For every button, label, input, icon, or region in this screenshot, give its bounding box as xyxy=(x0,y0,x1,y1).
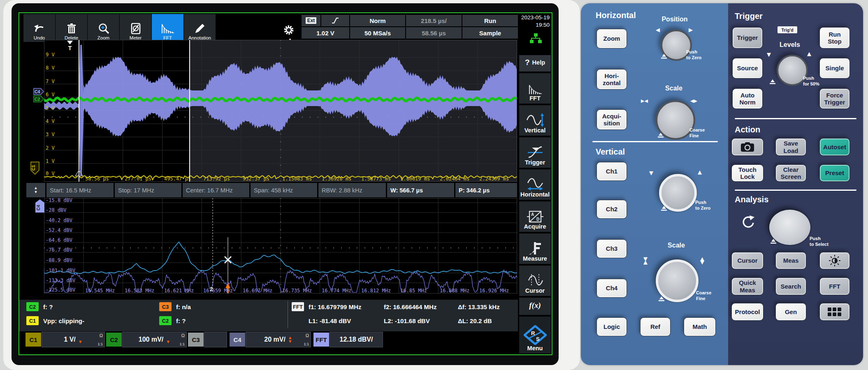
fft-window-cell[interactable]: W: 566.7 µs xyxy=(387,183,454,197)
fft-meas-badge: FFT xyxy=(292,302,304,311)
sidebar-item-fx[interactable]: f(x) xyxy=(519,298,551,315)
meter-button[interactable]: Meter xyxy=(120,14,151,42)
fft-rbw-cell[interactable]: RBW: 2.88 kHz xyxy=(318,183,386,197)
zoom-button[interactable]: Zoom xyxy=(88,14,119,42)
trigger-icon xyxy=(527,145,543,159)
sample-rate-cell[interactable]: 50 MSa/s xyxy=(350,27,405,39)
fft-spectrum-plot[interactable]: 2 xyxy=(44,198,517,294)
ref-button[interactable]: Ref xyxy=(640,317,671,336)
run-stop-button[interactable]: Run Stop xyxy=(819,27,850,49)
apps-button[interactable] xyxy=(819,303,850,321)
trigger-source-button[interactable]: Source xyxy=(732,58,763,79)
fft-button-active[interactable]: FFT xyxy=(152,14,183,42)
quick-meas-button[interactable]: Quick Meas xyxy=(731,278,764,295)
c1-impedance: Ω xyxy=(100,333,103,338)
trigger-mode-cell[interactable]: Norm xyxy=(350,15,405,26)
single-button[interactable]: Single xyxy=(819,58,850,79)
ch4-button[interactable]: Ch4 xyxy=(596,279,627,298)
c4-position-marker[interactable]: C4 xyxy=(33,88,44,95)
trigger-slope-cell[interactable] xyxy=(321,15,349,26)
sidebar-item-vertical[interactable]: Vertical xyxy=(519,105,551,136)
fft-center-cell[interactable]: Center: 16.7 MHz xyxy=(183,183,249,197)
measurement-divider xyxy=(288,301,288,328)
gear-icon xyxy=(283,24,295,36)
c2-channel-badge[interactable]: C2 xyxy=(106,333,122,347)
c2-scale-cell[interactable]: 100 mV/ ▼ Ω 1:1 xyxy=(122,332,187,347)
trigger-menu-button[interactable]: Trigger xyxy=(732,27,763,49)
c3-channel-badge[interactable]: C3 xyxy=(188,333,204,347)
search-button[interactable]: Search xyxy=(775,278,806,295)
levels-label: Levels xyxy=(773,41,806,49)
force-trigger-button[interactable]: Force Trigger xyxy=(819,88,850,109)
main-waveform-plot[interactable]: T xyxy=(44,40,517,182)
autoset-button[interactable]: Autoset xyxy=(819,138,850,156)
math-button[interactable]: Math xyxy=(684,317,716,336)
ch3-button[interactable]: Ch3 xyxy=(596,239,627,258)
settings-button[interactable]: ▼ xyxy=(283,24,297,40)
fft-scale-cell[interactable]: 12.18 dBV/ xyxy=(330,332,383,347)
c4-scale-cell[interactable]: 20 mV/ ▲▼ Ω 1:1 xyxy=(246,332,311,347)
c4-channel-badge[interactable]: C4 xyxy=(230,333,245,347)
cursor-button[interactable]: Cursor xyxy=(731,252,764,269)
horizontal-button[interactable]: Hori- zontal xyxy=(596,69,627,90)
c3-scale-cell[interactable] xyxy=(204,332,227,347)
undo-button[interactable]: Undo xyxy=(23,14,55,42)
fft-c4-marker[interactable]: C4 xyxy=(35,199,45,213)
svg-text:T: T xyxy=(68,45,72,51)
meas-button[interactable]: Meas xyxy=(775,252,806,269)
timebase-cell[interactable]: 218.5 µs/ xyxy=(406,15,462,26)
preset-button[interactable]: Preset xyxy=(819,164,850,182)
fft-start-cell[interactable]: Start: 16.5 MHz xyxy=(46,183,114,197)
acquire-icon: A D xyxy=(527,210,543,223)
delete-button[interactable]: Delete xyxy=(56,14,87,42)
fft-span-cell[interactable]: Span: 458 kHz xyxy=(251,183,317,197)
c1-position-marker[interactable]: C1 xyxy=(30,161,40,175)
trigger-source-cell[interactable]: Ext xyxy=(302,15,320,26)
horizontal-zoom-button[interactable]: Zoom xyxy=(596,29,627,49)
acquisition-mode-cell[interactable]: Sample xyxy=(462,27,518,39)
c1-probe: 1:1 xyxy=(97,342,103,346)
c1-channel-badge[interactable]: C1 xyxy=(26,333,41,347)
rs-logo-icon: R S xyxy=(524,325,547,345)
save-load-button[interactable]: Save Load xyxy=(775,138,806,156)
horizontal-position-cell[interactable]: 58.56 µs xyxy=(406,27,462,39)
sidebar-item-cursor[interactable]: Cursor xyxy=(519,266,551,296)
vertical-section-title: Vertical xyxy=(596,147,625,157)
ch2-button[interactable]: Ch2 xyxy=(596,200,627,219)
sidebar-item-menu[interactable]: R S Menu xyxy=(519,317,551,354)
c2-position-marker[interactable]: C2 xyxy=(33,95,44,102)
sidebar-item-horizontal[interactable]: Horizontal xyxy=(519,169,551,200)
annotation-button[interactable]: Annotation xyxy=(184,14,216,42)
intensity-button[interactable] xyxy=(819,252,850,269)
push-icon xyxy=(657,132,664,138)
logic-button[interactable]: Logic xyxy=(596,317,627,336)
screenshot-button[interactable] xyxy=(731,138,764,156)
fft-stop-cell[interactable]: Stop: 17 MHz xyxy=(115,183,181,197)
sidebar-item-measure[interactable]: Measure xyxy=(519,234,551,264)
vscale-expand-icon: ▲▼ xyxy=(700,257,704,264)
sidebar-item-acquire[interactable]: A D Acquire xyxy=(519,201,551,232)
meas3-source-badge: C1 xyxy=(26,316,39,325)
auto-norm-button[interactable]: Auto Norm xyxy=(732,88,763,109)
acquisition-state-cell[interactable]: Run xyxy=(462,15,518,26)
fft-channel-badge[interactable]: FFT xyxy=(313,333,329,347)
sidebar-item-help[interactable]: ? Help xyxy=(519,55,551,72)
position-left-arrow: ◀ xyxy=(656,27,660,32)
fft-bar-expander[interactable]: ▲ ▼ xyxy=(26,183,45,197)
fft-position-cell[interactable]: P: 346.2 µs xyxy=(455,183,517,197)
trigger-level-cell[interactable]: 1.02 V xyxy=(302,27,349,39)
gen-button[interactable]: Gen xyxy=(775,303,806,321)
ch1-button[interactable]: Ch1 xyxy=(596,162,627,181)
clear-screen-button[interactable]: Clear Screen xyxy=(775,164,806,182)
scale-in-arrows: ▶◀ xyxy=(641,99,648,103)
measurement-results-area xyxy=(19,299,518,331)
c1-scale-cell[interactable]: 1 V/ ▼ Ω 1:1 xyxy=(42,332,105,347)
acquisition-button[interactable]: Acqui- sition xyxy=(596,109,627,130)
touch-lock-button[interactable]: Touch Lock xyxy=(731,164,764,182)
sidebar-item-trigger[interactable]: Trigger xyxy=(519,137,551,168)
screen: Undo Delete Zoom xyxy=(19,12,552,355)
sidebar-item-fft[interactable]: FFT xyxy=(519,73,551,104)
sidebar-fft-label: FFT xyxy=(529,95,541,102)
fft-panel-button[interactable]: FFT xyxy=(819,278,850,295)
protocol-button[interactable]: Protocol xyxy=(731,303,764,321)
